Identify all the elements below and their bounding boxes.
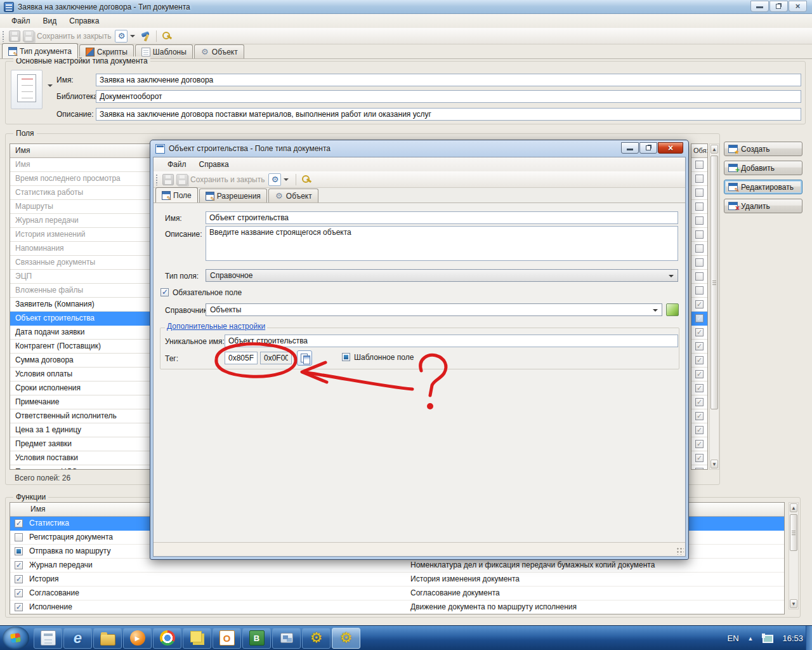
menu-item[interactable]: Файл — [5, 15, 37, 27]
tab-object-gear[interactable]: ⚙Объект — [268, 189, 318, 202]
tab-object-gear[interactable]: ⚙Объект — [194, 44, 244, 58]
required-column-header[interactable]: Обя: — [691, 144, 707, 158]
chrome-taskbar-button[interactable] — [153, 628, 181, 649]
function-checkbox[interactable]: ✓ — [15, 575, 23, 583]
menu-item[interactable]: Справка — [63, 15, 105, 27]
required-checkbox[interactable] — [695, 286, 704, 295]
edit-field-button[interactable]: Редактировать — [724, 180, 802, 194]
dialog-restore-button[interactable] — [639, 142, 657, 154]
calculator-taskbar-button[interactable] — [34, 628, 62, 649]
required-checkbox[interactable]: ✓ — [695, 412, 704, 420]
fields-scrollbar-thumb[interactable] — [710, 156, 718, 409]
required-checkbox[interactable]: ✓ — [695, 370, 704, 378]
required-checkbox[interactable] — [695, 189, 704, 197]
required-checkbox[interactable]: ✓ — [695, 440, 704, 448]
file-explorer-taskbar-button[interactable] — [93, 628, 122, 649]
scroll-down-icon[interactable]: ▼ — [710, 460, 718, 468]
library-input[interactable] — [96, 90, 801, 103]
tag-secondary-input[interactable] — [260, 352, 292, 364]
function-row[interactable]: ✓ИсполнениеДвижение документа по маршрут… — [10, 600, 784, 614]
fields-scrollbar[interactable]: ▲ ▼ — [709, 143, 719, 470]
name-input[interactable] — [96, 74, 801, 86]
reference-lookup-button[interactable] — [666, 303, 679, 316]
settings-gear-icon[interactable]: ⚙ — [115, 30, 128, 43]
function-row[interactable]: ✓СогласованиеСогласование документа — [10, 587, 784, 600]
required-checkbox[interactable] — [695, 202, 704, 211]
chevron-down-icon[interactable] — [284, 178, 289, 181]
function-checkbox[interactable]: ✓ — [15, 589, 23, 597]
permissions-key-icon[interactable] — [161, 30, 173, 42]
unique-name-input[interactable] — [225, 335, 678, 347]
internet-explorer-taskbar-button[interactable]: e — [63, 628, 92, 649]
template-field-checkbox[interactable] — [342, 353, 350, 361]
required-checkbox[interactable]: ✓ — [695, 426, 704, 434]
copy-tag-button[interactable] — [297, 350, 312, 366]
minimize-button[interactable] — [750, 1, 769, 12]
dialog-titlebar[interactable]: Объект строительства - Поле типа докумен… — [150, 140, 688, 157]
scroll-down-icon[interactable]: ▼ — [790, 599, 797, 608]
required-checkbox[interactable] — [695, 161, 704, 169]
required-checkbox[interactable]: ✓ — [695, 314, 704, 322]
language-indicator[interactable]: EN — [727, 633, 738, 643]
required-checkbox[interactable]: ✓ — [695, 468, 704, 470]
dialog-save-and-close-button[interactable]: Сохранить и закрыть — [190, 175, 265, 184]
start-button[interactable] — [3, 627, 29, 649]
tools-icon[interactable] — [140, 30, 152, 42]
tray-expand-icon[interactable]: ▲ — [748, 635, 754, 642]
function-checkbox[interactable]: ✓ — [15, 603, 23, 611]
required-checkbox[interactable]: ✓ — [695, 342, 704, 350]
permissions-key-icon[interactable] — [301, 174, 312, 185]
save-and-close-button[interactable]: Сохранить и закрыть — [37, 32, 111, 41]
required-checkbox[interactable]: ✓ — [695, 454, 704, 462]
save-all-icon[interactable] — [23, 30, 34, 42]
required-checkbox[interactable] — [695, 258, 704, 267]
show-desktop-button[interactable] — [806, 626, 812, 650]
required-field-checkbox[interactable] — [160, 288, 169, 296]
function-checkbox[interactable]: ✓ — [15, 519, 23, 527]
required-checkbox[interactable]: ✓ — [695, 398, 704, 406]
add-field-button[interactable]: Добавить — [724, 161, 802, 175]
close-button[interactable]: × — [789, 1, 807, 12]
additional-settings-link[interactable]: Дополнительные настройки — [165, 322, 267, 331]
required-checkbox[interactable] — [695, 216, 704, 225]
media-player-taskbar-button[interactable]: ▶ — [123, 628, 152, 649]
required-checkbox[interactable] — [695, 230, 704, 239]
menu-item[interactable]: Справка — [193, 158, 235, 171]
scroll-up-icon[interactable]: ▲ — [790, 503, 797, 512]
required-checkbox[interactable] — [695, 272, 704, 281]
reference-dropdown[interactable]: Объекты — [206, 303, 662, 316]
functions-scrollbar-thumb[interactable] — [790, 514, 797, 551]
required-checkbox[interactable] — [695, 244, 704, 253]
scroll-up-icon[interactable]: ▲ — [710, 145, 718, 154]
field-type-dropdown[interactable]: Справочное — [206, 269, 678, 282]
function-row[interactable]: ✓Журнал передачиНоменклатура дел и фикса… — [10, 559, 784, 573]
function-checkbox[interactable] — [15, 533, 23, 541]
dialog-close-button[interactable]: × — [658, 142, 683, 154]
function-row[interactable]: ✓ИсторияИстория изменения документа — [10, 573, 784, 587]
save-icon[interactable] — [9, 30, 20, 42]
sticky-notes-taskbar-button[interactable] — [183, 628, 211, 649]
menu-item[interactable]: Файл — [161, 158, 193, 171]
save-all-icon[interactable] — [176, 174, 188, 185]
field-description-textarea[interactable]: Введите название строящегося объекта — [206, 226, 678, 261]
gear-app-active-taskbar-button[interactable]: ⚙ — [332, 628, 360, 649]
field-name-input[interactable] — [206, 211, 678, 224]
create-field-button[interactable]: Создать — [724, 142, 802, 156]
required-checkbox[interactable]: ✓ — [695, 300, 704, 308]
resize-grip[interactable] — [676, 547, 684, 555]
function-checkbox[interactable] — [15, 547, 23, 555]
required-checkbox[interactable]: ✓ — [695, 384, 704, 392]
document-icon-chevron-icon[interactable] — [48, 84, 53, 87]
tab-document-type[interactable]: Тип документа — [2, 43, 78, 58]
functions-scrollbar[interactable]: ▲ ▼ — [789, 502, 799, 609]
required-checkbox[interactable] — [695, 175, 704, 183]
dialog-minimize-button[interactable] — [621, 142, 639, 154]
clock[interactable]: 16:53 — [782, 633, 803, 643]
outlook-taskbar-button[interactable]: O — [213, 628, 241, 649]
delete-field-button[interactable]: Удалить — [724, 199, 802, 213]
gear-app-taskbar-button[interactable]: ⚙ — [302, 628, 331, 649]
tab-field[interactable]: Поле — [155, 187, 198, 202]
tab-permissions[interactable]: Разрешения — [199, 189, 267, 202]
network-icon[interactable] — [762, 633, 773, 644]
description-input[interactable] — [96, 108, 801, 121]
